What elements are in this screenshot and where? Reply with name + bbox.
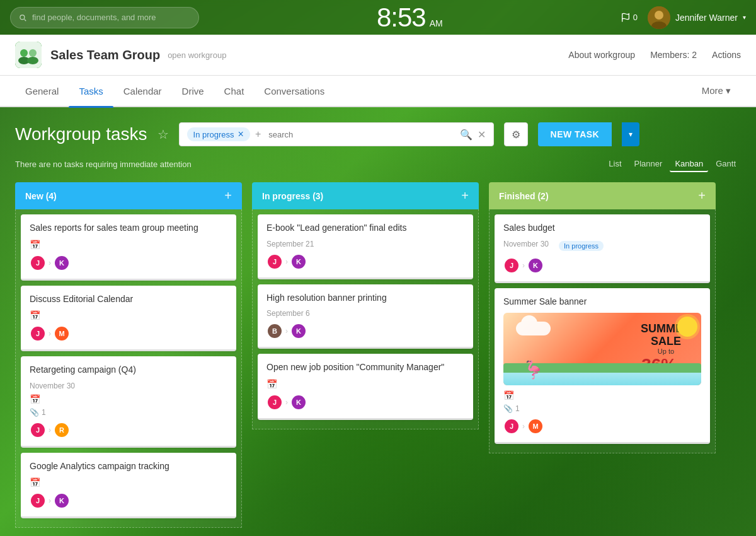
calendar-icon: 📅 [30, 310, 227, 320]
calendar-icon: 📅 [30, 394, 227, 404]
filter-chip-inprogress[interactable]: In progress × [187, 127, 250, 141]
task-card-avatars: J › K [503, 257, 701, 274]
avatar: K [290, 253, 307, 270]
new-task-dropdown[interactable]: ▾ [622, 122, 639, 146]
filter-icons: 🔍 ✕ [460, 129, 486, 141]
task-card[interactable]: Open new job position "Community Manager… [258, 354, 473, 420]
members-btn[interactable]: Members: 2 [650, 50, 697, 60]
user-avatar-area[interactable]: Jennifer Warner ▾ [648, 6, 746, 29]
view-list[interactable]: List [604, 156, 626, 172]
tab-more[interactable]: More ▾ [692, 75, 741, 107]
arrow-separator: › [49, 259, 51, 267]
kanban-board: New (4) + Sales reports for sales team g… [15, 182, 741, 528]
task-card-avatars: B › K [266, 323, 464, 339]
flag-icon [621, 13, 631, 23]
user-dropdown-arrow: ▾ [743, 14, 746, 21]
tab-drive[interactable]: Drive [172, 75, 214, 107]
avatar: K [54, 255, 70, 271]
avatar: J [30, 492, 46, 509]
workgroup-subtitle: open workgroup [168, 50, 226, 60]
calendar-icon: 📅 [266, 379, 464, 389]
paperclip-icon: 📎 [503, 404, 513, 413]
banner-subtitle: Up to [641, 347, 691, 355]
search-bar[interactable] [10, 7, 199, 28]
filter-add-icon[interactable]: + [255, 129, 261, 140]
column-inprogress-header: In progress (3) + [252, 182, 479, 209]
avatar: J [503, 418, 520, 434]
task-card-avatars: J › K [30, 492, 227, 509]
actions-btn[interactable]: Actions [712, 50, 741, 60]
task-card[interactable]: Retargeting campaign (Q4) November 30 📅 … [21, 356, 236, 448]
task-card[interactable]: Sales budget November 30 In progress J ›… [495, 214, 710, 283]
avatar: J [266, 253, 283, 270]
column-new-add[interactable]: + [224, 189, 232, 203]
paperclip-icon: 📎 [30, 408, 39, 417]
task-card-title: Open new job position "Community Manager… [266, 361, 464, 374]
banner-cloud [516, 322, 551, 335]
task-card[interactable]: Sales reports for sales team group meeti… [21, 214, 236, 281]
task-card[interactable]: High resolution banner printing Septembe… [258, 284, 473, 349]
main-content: Workgroup tasks ☆ In progress × + 🔍 ✕ ⚙ … [0, 107, 756, 528]
topbar: 8:53 AM 0 Jennifer Warner ▾ [0, 0, 756, 35]
avatar: K [54, 492, 70, 509]
filter-chip-remove[interactable]: × [238, 129, 244, 140]
svg-point-5 [29, 49, 37, 57]
avatar: M [527, 418, 544, 434]
clock-area: 8:53 AM [207, 3, 613, 33]
task-card-avatars: J › K [266, 253, 464, 270]
status-badge: In progress [559, 241, 604, 251]
arrow-separator: › [285, 398, 288, 407]
tab-conversations[interactable]: Conversations [254, 75, 335, 107]
svg-point-7 [27, 57, 38, 64]
column-new: New (4) + Sales reports for sales team g… [15, 182, 242, 528]
view-options: List Planner Kanban Gantt [604, 156, 741, 172]
column-finished-add[interactable]: + [698, 189, 706, 203]
arrow-separator: › [285, 327, 288, 335]
task-card[interactable]: Discuss Editorial Calendar 📅 J › M [21, 286, 236, 352]
avatar: B [266, 323, 283, 339]
new-task-button[interactable]: NEW TASK [538, 122, 612, 146]
task-card-avatars: J › K [30, 255, 227, 271]
arrow-separator: › [522, 261, 525, 270]
tab-chat[interactable]: Chat [214, 75, 255, 107]
svg-point-1 [655, 11, 663, 20]
column-finished-body: Sales budget November 30 In progress J ›… [489, 209, 716, 453]
task-card[interactable]: Google Analytics campaign tracking 📅 J ›… [21, 453, 236, 519]
column-inprogress-body: E-book "Lead generation" final edits Sep… [252, 209, 479, 429]
top-right: 0 Jennifer Warner ▾ [621, 6, 746, 29]
clear-filter-icon[interactable]: ✕ [478, 129, 486, 141]
task-card-title: Discuss Editorial Calendar [30, 293, 227, 306]
flag-count: 0 [633, 13, 638, 22]
svg-rect-3 [15, 42, 42, 68]
summer-sale-banner: 🦩 SUMMERSALE Up to 36% Off [503, 313, 701, 385]
tab-tasks[interactable]: Tasks [69, 75, 113, 107]
column-inprogress: In progress (3) + E-book "Lead generatio… [252, 182, 479, 429]
flag-badge[interactable]: 0 [621, 13, 638, 23]
task-card-title: Google Analytics campaign tracking [30, 460, 227, 473]
task-card[interactable]: E-book "Lead generation" final edits Sep… [258, 214, 473, 279]
avatar: J [30, 255, 46, 271]
task-card[interactable]: Summer Sale banner 🦩 SUMMERSALE Up to 36… [495, 288, 710, 445]
tab-calendar[interactable]: Calendar [113, 75, 172, 107]
column-finished: Finished (2) + Sales budget November 30 … [489, 182, 716, 453]
task-card-avatars: J › M [30, 325, 227, 342]
clock-time: 8:53 [377, 3, 426, 33]
settings-button[interactable]: ⚙ [504, 122, 528, 146]
about-workgroup-btn[interactable]: About workgroup [568, 50, 635, 60]
search-input[interactable] [32, 13, 177, 22]
task-card-avatars: J › K [266, 394, 464, 411]
filter-search-input[interactable] [268, 130, 454, 139]
view-planner[interactable]: Planner [629, 156, 668, 172]
favorite-icon[interactable]: ☆ [158, 127, 169, 142]
user-name: Jennifer Warner [675, 13, 738, 23]
tab-general[interactable]: General [15, 75, 69, 107]
column-inprogress-label: In progress (3) [262, 191, 323, 201]
column-inprogress-add[interactable]: + [461, 189, 469, 203]
view-kanban[interactable]: Kanban [670, 156, 708, 172]
search-filter-icon[interactable]: 🔍 [460, 129, 472, 141]
avatar [648, 6, 670, 29]
task-card-title: E-book "Lead generation" final edits [266, 222, 464, 235]
status-bar: There are no tasks requiring immediate a… [15, 156, 741, 172]
task-card-date: September 6 [266, 309, 464, 318]
view-gantt[interactable]: Gantt [711, 156, 741, 172]
